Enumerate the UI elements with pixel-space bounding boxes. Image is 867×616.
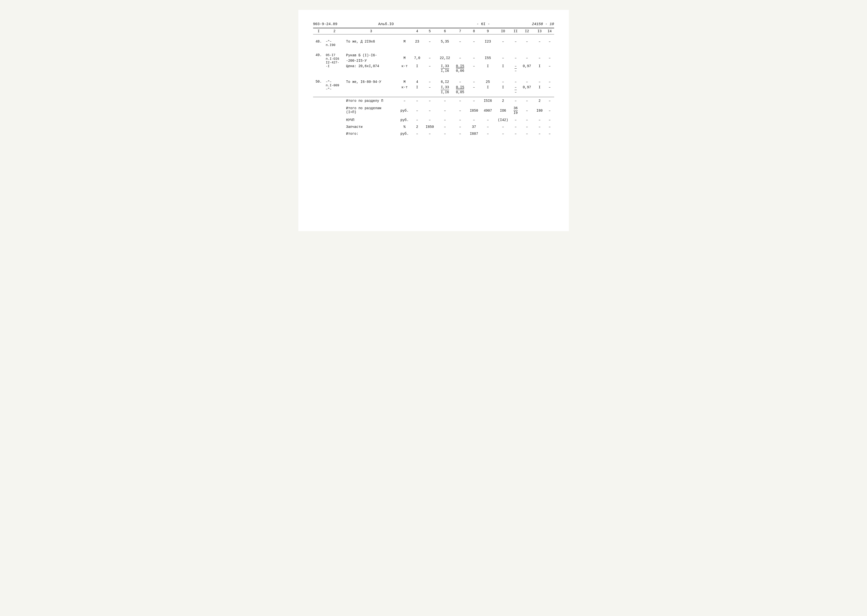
total-c13: –	[534, 117, 545, 123]
total-c9: 4907	[481, 105, 495, 116]
row-c13: –	[534, 53, 545, 63]
total-c8: 37	[467, 124, 481, 130]
row2-c13: I	[534, 63, 545, 74]
row-c13: –	[534, 39, 545, 48]
total-c9: –	[481, 131, 495, 137]
row-c6: 6,I2	[437, 79, 453, 85]
total-row-2a: Итого по разделам(I+П) руб. – – – – I850…	[313, 105, 554, 111]
total-c10: (I42)	[495, 117, 511, 123]
row-c14: –	[545, 53, 554, 63]
total-label: Запчасти	[345, 124, 398, 130]
col-12: I2	[520, 28, 534, 35]
total-label: НУЧП	[345, 117, 398, 123]
album-ref: Альб.IO	[337, 22, 434, 26]
row2-c14: –	[545, 63, 554, 74]
row-c4: 4	[411, 79, 423, 85]
total-c8: –	[467, 117, 481, 123]
total-c13: –	[534, 131, 545, 137]
total-c14: –	[545, 124, 554, 130]
total-c4: –	[411, 105, 423, 116]
row-code: 05-I7 п.I-OI6 I2-427- -I	[324, 53, 345, 76]
row-c9: I55	[481, 53, 495, 63]
row2-c14: –	[545, 85, 554, 95]
row2-c12: 0,97	[520, 63, 534, 74]
page: 903-9-24.89 Альб.IO - 6I - 24158 - 10 I …	[298, 10, 569, 231]
col-14: I4	[545, 28, 554, 35]
spacer4	[313, 95, 554, 97]
col-5: 5	[423, 28, 437, 35]
header: 903-9-24.89 Альб.IO - 6I - 24158 - 10	[313, 22, 554, 26]
total-empty2	[324, 124, 345, 130]
row-c7: –	[453, 39, 467, 48]
total-empty2	[324, 98, 345, 104]
total-c4: –	[411, 98, 423, 104]
total-unit: руб.	[398, 117, 411, 123]
total-c6: –	[437, 105, 453, 116]
row-unit: М	[398, 53, 411, 63]
row2-c9: I	[481, 63, 495, 74]
total-c10: IO6	[495, 105, 511, 116]
row-c7: –	[453, 79, 467, 85]
fraction-c11-50: – –	[515, 85, 516, 94]
col-8: 8	[467, 28, 481, 35]
total-c5: –	[423, 131, 437, 137]
row2-c10: I	[495, 63, 511, 74]
total-empty1	[313, 124, 324, 130]
total-row-4: Запчасти % 2 I850 – – 37 – – – – – –	[313, 124, 554, 130]
row2-c6: I,33 I,I6	[437, 85, 453, 95]
total-c10: –	[495, 131, 511, 137]
row-c12: –	[520, 79, 534, 85]
total-label: Итого по разделу П	[345, 98, 398, 104]
row-48: 48. –"– п.I90 То же, Д 2I9х6 М 23 – 5,35…	[313, 39, 554, 48]
fraction-c6: I,33 I,I6	[441, 64, 449, 73]
total-c5: –	[423, 105, 437, 116]
row-c5: –	[423, 53, 437, 63]
total-c13: –	[534, 124, 545, 130]
row-c11: –	[511, 79, 520, 85]
total-c6: –	[437, 98, 453, 104]
row2-c13: I	[534, 85, 545, 95]
col-11: II	[511, 28, 520, 35]
row2-c7: 0,I5 0,06	[453, 63, 467, 74]
spacer	[313, 48, 554, 53]
row-49a: 49. 05-I7 п.I-OI6 I2-427- -I Рукав Б (I)…	[313, 53, 554, 58]
fraction-c7-50: 0,I5 0,05	[456, 85, 464, 94]
total-c9: I5I6	[481, 98, 495, 104]
row2-c8: –	[467, 85, 481, 95]
total-c7: –	[453, 98, 467, 104]
total-c12: –	[520, 131, 534, 137]
total-c6: –	[437, 117, 453, 123]
row-c12: –	[520, 39, 534, 48]
row-desc2	[345, 85, 398, 95]
row2-c6: I,33 I,I6	[437, 63, 453, 74]
row-c4: 23	[411, 39, 423, 48]
total-empty1	[313, 131, 324, 137]
row-c8: –	[467, 53, 481, 63]
row-c8: –	[467, 39, 481, 48]
total-c12: –	[520, 105, 534, 116]
total-label: Итого по разделам(I+П)	[345, 105, 398, 116]
total-c12: –	[520, 117, 534, 123]
total-row-1: Итого по разделу П – – – – – – I5I6 2 – …	[313, 98, 554, 104]
total-c4: 2	[411, 124, 423, 130]
total-empty2	[324, 131, 345, 137]
row-num: 49.	[313, 53, 324, 76]
row-c11: –	[511, 39, 520, 48]
total-c5: –	[423, 117, 437, 123]
row2-c5: –	[423, 63, 437, 74]
total-c7: –	[453, 117, 467, 123]
total-row-5: Итого: руб. – – – – I887 – – – – – –	[313, 131, 554, 137]
row-c10: –	[495, 53, 511, 63]
spacer2	[313, 74, 554, 76]
total-c14: –	[545, 131, 554, 137]
fraction-total: 36 I9	[513, 106, 518, 115]
total-c7: –	[453, 131, 467, 137]
total-unit: руб.	[398, 131, 411, 137]
row-desc: То же, I6-80-94-У	[345, 79, 398, 85]
fraction-c6-50: I,33 I,I6	[441, 85, 449, 94]
total-unit: %	[398, 124, 411, 130]
total-unit: руб.	[398, 105, 411, 116]
row-num: 50.	[313, 79, 324, 97]
row2-c10: I	[495, 85, 511, 95]
main-table: I 2 3 4 5 6 7 8 9 IO II I2 I3 I4	[313, 28, 554, 137]
